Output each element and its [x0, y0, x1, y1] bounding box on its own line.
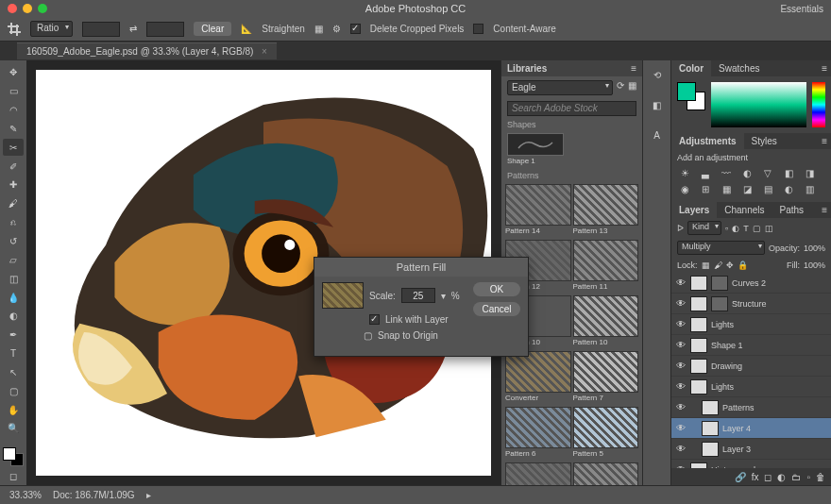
- link-layers-icon[interactable]: 🔗: [735, 472, 746, 482]
- marquee-tool-icon[interactable]: ▭: [3, 83, 24, 100]
- new-fill-adj-icon[interactable]: ◐: [777, 472, 786, 482]
- library-search-input[interactable]: Search Adobe Stock: [507, 101, 636, 116]
- threshold-adj-icon[interactable]: ◐: [781, 182, 796, 195]
- pattern-item[interactable]: Pattern 7: [573, 351, 639, 405]
- eraser-tool-icon[interactable]: ▱: [3, 251, 24, 268]
- pattern-item[interactable]: Pattern 14: [505, 184, 571, 238]
- lock-position-icon[interactable]: ✥: [726, 260, 734, 270]
- dodge-tool-icon[interactable]: ◐: [3, 308, 24, 325]
- history-panel-icon[interactable]: ⟲: [649, 66, 666, 83]
- pattern-thumbnail[interactable]: [322, 282, 364, 309]
- stamp-tool-icon[interactable]: ⎌: [3, 214, 24, 231]
- snap-to-origin-button[interactable]: Snap to Origin: [378, 330, 438, 341]
- zoom-tool-icon[interactable]: 🔍: [3, 420, 24, 437]
- fill-value[interactable]: 100%: [804, 260, 825, 270]
- tab-layers[interactable]: Layers: [671, 202, 717, 218]
- tab-styles[interactable]: Styles: [744, 133, 785, 149]
- filter-pixel-icon[interactable]: ▫: [725, 224, 728, 233]
- workspace-switcher[interactable]: Essentials: [780, 4, 823, 14]
- content-aware-checkbox[interactable]: [473, 24, 483, 34]
- visibility-toggle-icon[interactable]: 👁: [675, 319, 687, 329]
- gradient-map-adj-icon[interactable]: ▥: [802, 182, 817, 195]
- visibility-toggle-icon[interactable]: 👁: [675, 381, 687, 392]
- color-lookup-adj-icon[interactable]: ▦: [719, 182, 734, 195]
- posterize-adj-icon[interactable]: ▤: [760, 182, 775, 195]
- filter-kind-select[interactable]: Kind: [687, 221, 721, 235]
- invert-adj-icon[interactable]: ◪: [739, 182, 755, 195]
- filter-icon[interactable]: ᐅ: [677, 224, 684, 233]
- layer-row[interactable]: 👁Curves 2: [671, 273, 831, 294]
- libraries-tab[interactable]: Libraries: [507, 63, 547, 74]
- history-brush-tool-icon[interactable]: ↺: [3, 233, 24, 250]
- visibility-toggle-icon[interactable]: 👁: [675, 361, 687, 371]
- swap-icon[interactable]: ⇄: [129, 24, 137, 34]
- channel-mixer-adj-icon[interactable]: ⊞: [698, 182, 713, 195]
- clear-button[interactable]: Clear: [194, 22, 231, 36]
- status-flyout-icon[interactable]: ▸: [146, 490, 151, 500]
- layer-row[interactable]: 👁Lights: [671, 314, 831, 335]
- visibility-toggle-icon[interactable]: 👁: [675, 444, 687, 454]
- gear-icon[interactable]: ⚙: [332, 24, 341, 34]
- visibility-toggle-icon[interactable]: 👁: [675, 402, 687, 412]
- document-tab[interactable]: 160509_Adobe_Eagle.psd @ 33.3% (Layer 4,…: [17, 42, 277, 59]
- shape-thumbnail[interactable]: [507, 133, 564, 156]
- crop-tool-icon[interactable]: ✂: [3, 139, 24, 156]
- zoom-level[interactable]: 33.33%: [9, 490, 42, 500]
- pattern-item[interactable]: Pattern 3: [573, 462, 639, 485]
- close-tab-icon[interactable]: ×: [262, 46, 267, 57]
- tab-channels[interactable]: Channels: [717, 202, 772, 218]
- scale-input[interactable]: [401, 288, 435, 303]
- eyedropper-tool-icon[interactable]: ✐: [3, 158, 24, 175]
- properties-panel-icon[interactable]: ◧: [649, 96, 666, 113]
- opacity-value[interactable]: 100%: [804, 244, 825, 253]
- hue-adj-icon[interactable]: ◧: [781, 166, 796, 179]
- tab-paths[interactable]: Paths: [772, 202, 812, 218]
- link-with-layer-checkbox[interactable]: [369, 314, 380, 325]
- quick-select-tool-icon[interactable]: ✎: [3, 121, 24, 138]
- pattern-item[interactable]: Pattern 10: [573, 295, 639, 349]
- tab-swatches[interactable]: Swatches: [711, 60, 767, 76]
- pattern-item[interactable]: Pattern 6: [505, 407, 571, 461]
- layer-mask-icon[interactable]: ◻: [764, 472, 772, 482]
- panel-menu-icon[interactable]: ≡: [631, 63, 636, 74]
- new-group-icon[interactable]: 🗀: [791, 472, 801, 482]
- brush-tool-icon[interactable]: 🖌: [3, 195, 24, 212]
- exposure-adj-icon[interactable]: ◐: [739, 166, 755, 179]
- filter-adj-icon[interactable]: ◐: [732, 224, 739, 233]
- straighten-label[interactable]: Straighten: [262, 24, 305, 34]
- ok-button[interactable]: OK: [473, 282, 520, 296]
- layer-row[interactable]: 👁Structure: [671, 294, 831, 314]
- lock-all-icon[interactable]: 🔒: [738, 260, 748, 270]
- layer-row[interactable]: 👁Drawing: [671, 356, 831, 377]
- crop-width-input[interactable]: [82, 22, 120, 37]
- filter-type-icon[interactable]: T: [743, 224, 749, 233]
- close-window-icon[interactable]: [8, 4, 17, 13]
- tab-adjustments[interactable]: Adjustments: [671, 133, 744, 149]
- new-layer-icon[interactable]: ▫: [806, 472, 810, 482]
- gradient-tool-icon[interactable]: ◫: [3, 270, 24, 287]
- bw-adj-icon[interactable]: ◨: [802, 166, 817, 179]
- delete-cropped-checkbox[interactable]: [350, 24, 361, 34]
- hand-tool-icon[interactable]: ✋: [3, 401, 24, 418]
- library-select[interactable]: Eagle: [507, 80, 613, 95]
- grid-overlay-icon[interactable]: ▦: [314, 24, 323, 34]
- character-panel-icon[interactable]: A: [649, 126, 666, 143]
- color-swatch[interactable]: [3, 447, 24, 466]
- visibility-toggle-icon[interactable]: 👁: [675, 277, 687, 288]
- layer-row[interactable]: 👁Shape 1: [671, 335, 831, 356]
- scale-stepper-icon[interactable]: ▾: [441, 291, 446, 301]
- tab-color[interactable]: Color: [671, 60, 711, 76]
- color-picker[interactable]: [671, 76, 831, 133]
- photo-filter-adj-icon[interactable]: ◉: [677, 182, 692, 195]
- pattern-item[interactable]: Pattern 4: [505, 462, 571, 485]
- filter-shape-icon[interactable]: ▢: [753, 224, 761, 233]
- layer-row[interactable]: 👁Patterns: [671, 397, 831, 418]
- quick-mask-icon[interactable]: ◻: [3, 468, 24, 485]
- minimize-window-icon[interactable]: [23, 4, 32, 13]
- type-tool-icon[interactable]: T: [3, 345, 24, 362]
- lasso-tool-icon[interactable]: ◠: [3, 102, 24, 119]
- curves-adj-icon[interactable]: 〰: [719, 166, 734, 179]
- filter-smart-icon[interactable]: ◫: [765, 224, 773, 233]
- cancel-button[interactable]: Cancel: [473, 302, 520, 316]
- panel-menu-icon[interactable]: ≡: [818, 202, 831, 218]
